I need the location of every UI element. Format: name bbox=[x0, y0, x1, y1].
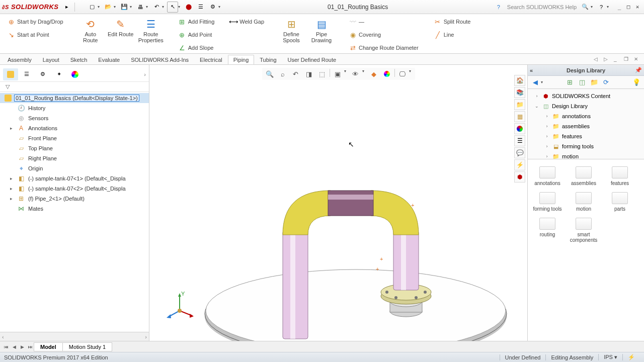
add-loc-icon[interactable]: ⊞ bbox=[565, 77, 576, 88]
dl-tree-item[interactable]: ›📁annotations bbox=[528, 111, 644, 121]
dl-grid-item[interactable]: assemblies bbox=[566, 164, 601, 188]
dl-grid-item[interactable]: features bbox=[602, 164, 637, 188]
auto-route-button[interactable]: ⟲Auto Route bbox=[76, 16, 105, 44]
status-units[interactable]: IPS ▾ bbox=[598, 354, 622, 360]
tree-item[interactable]: ⌖Origin bbox=[0, 163, 149, 173]
dl-tree-item[interactable]: ›📁features bbox=[528, 131, 644, 141]
start-dragdrop-button[interactable]: ⊕Start by Drag/Drop bbox=[5, 16, 65, 27]
tree-item[interactable]: ◎Sensors bbox=[0, 113, 149, 123]
dl-grid-item[interactable]: parts bbox=[602, 190, 637, 214]
scroll-left-icon[interactable]: ‹ bbox=[2, 334, 4, 340]
new-icon[interactable]: ▢ bbox=[87, 2, 98, 13]
dl-tree-item[interactable]: ›📁motion bbox=[528, 151, 644, 159]
doc-minimize-icon[interactable]: _ bbox=[614, 56, 621, 63]
settings-icon[interactable]: ⚙ bbox=[207, 2, 218, 13]
cmdtab-evaluate[interactable]: Evaluate bbox=[93, 55, 125, 64]
bulb-icon[interactable]: 💡 bbox=[631, 77, 642, 88]
dl-grid-item[interactable]: forming tools bbox=[530, 190, 565, 214]
open-icon[interactable]: 📂 bbox=[103, 2, 114, 13]
dl-grid-item[interactable]: routing bbox=[530, 216, 565, 245]
define-spools-button[interactable]: ⊞Define Spools bbox=[277, 16, 305, 44]
new-folder-icon[interactable]: 📁 bbox=[589, 77, 600, 88]
cmdtab-piping[interactable]: Piping bbox=[228, 55, 255, 64]
start-point-button[interactable]: ↘Start at Point bbox=[5, 29, 51, 40]
save-icon[interactable]: 💾 bbox=[119, 2, 130, 13]
add-file-icon[interactable]: ◫ bbox=[577, 77, 588, 88]
line-button[interactable]: ╱Line bbox=[432, 29, 456, 40]
tree-item[interactable]: ⋈Mates bbox=[0, 204, 149, 214]
refresh-icon[interactable]: ⟳ bbox=[601, 77, 612, 88]
cmdtab-electrical[interactable]: Electrical bbox=[194, 55, 228, 64]
display-manager-tab[interactable] bbox=[67, 68, 83, 80]
add-slope-button[interactable]: ∠Add Slope bbox=[176, 42, 216, 53]
close-button[interactable]: ✕ bbox=[633, 3, 642, 12]
undo-icon[interactable]: ↶ bbox=[151, 2, 162, 13]
dl-grid-item[interactable]: annotations bbox=[530, 164, 565, 188]
cmdtab-user-defined-route[interactable]: User Defined Route bbox=[282, 55, 342, 64]
dl-tree-item[interactable]: ›📁assemblies bbox=[528, 121, 644, 131]
tree-item[interactable]: ▱Right Plane bbox=[0, 153, 149, 163]
cmdtab-sketch[interactable]: Sketch bbox=[65, 55, 93, 64]
flex-button[interactable]: 〰— bbox=[347, 16, 366, 27]
tab-next-icon[interactable]: ▶ bbox=[18, 343, 26, 351]
panel-chevron-icon[interactable]: › bbox=[138, 71, 146, 77]
tree-item[interactable]: ▱Front Plane bbox=[0, 133, 149, 143]
route-properties-button[interactable]: ☰Route Properties bbox=[137, 16, 165, 44]
tree-item[interactable]: ▸AAnnotations bbox=[0, 123, 149, 133]
back-icon[interactable]: ◀ bbox=[530, 77, 541, 88]
cmdtab-tubing[interactable]: Tubing bbox=[254, 55, 282, 64]
dl-grid-item[interactable]: smart components bbox=[566, 216, 601, 245]
model-tab[interactable]: Model bbox=[34, 342, 63, 351]
minimize-button[interactable]: _ bbox=[615, 3, 624, 12]
help-icon[interactable]: ? bbox=[596, 2, 607, 13]
feature-tree-tab[interactable] bbox=[3, 68, 18, 80]
property-manager-tab[interactable]: ☰ bbox=[19, 68, 34, 80]
dl-tree-item[interactable]: ›⬓forming tools bbox=[528, 141, 644, 151]
tree-item[interactable]: ▸◧(-) sample-tank-07<1> (Default<_Displa bbox=[0, 173, 149, 184]
doc-restore-icon[interactable]: ❐ bbox=[624, 56, 631, 63]
maximize-button[interactable]: □ bbox=[624, 3, 633, 12]
dl-tree-item[interactable]: ⌄◫Design Library bbox=[528, 101, 644, 111]
doc-next-icon[interactable]: ▷ bbox=[604, 56, 611, 63]
options-icon[interactable]: ☰ bbox=[195, 2, 206, 13]
doc-close-icon[interactable]: ✕ bbox=[634, 56, 641, 63]
dimxpert-tab[interactable]: ✦ bbox=[51, 68, 66, 80]
search-icon[interactable]: 🔍 bbox=[580, 2, 591, 13]
edit-route-button[interactable]: ✎Edit Route bbox=[107, 16, 135, 38]
tree-item[interactable]: ▸⊞(f) Pipe_2<1> (Default) bbox=[0, 194, 149, 204]
help-search-icon[interactable]: ? bbox=[493, 2, 504, 13]
play-icon[interactable]: ▸ bbox=[61, 2, 72, 13]
search-help-input[interactable]: Search SOLIDWORKS Help bbox=[505, 4, 579, 10]
motion-study-tab[interactable]: Motion Study 1 bbox=[62, 342, 112, 351]
tree-item[interactable]: 🕘History bbox=[0, 103, 149, 113]
tree-item[interactable]: ▸◧(-) sample-tank-07<2> (Default<_Displa bbox=[0, 184, 149, 194]
dl-tree-item[interactable]: ›⬢SOLIDWORKS Content bbox=[528, 91, 644, 101]
pipe-drawing-button[interactable]: ▤Pipe Drawing bbox=[307, 16, 336, 44]
tab-first-icon[interactable]: ⏮ bbox=[2, 343, 10, 351]
doc-prev-icon[interactable]: ◁ bbox=[594, 56, 601, 63]
tab-last-icon[interactable]: ⏭ bbox=[26, 343, 34, 351]
filter-icon[interactable]: ▽ bbox=[3, 82, 12, 92]
dl-grid-item[interactable]: motion bbox=[566, 190, 601, 214]
scroll-right-icon[interactable]: › bbox=[145, 334, 147, 340]
cmdtab-assembly[interactable]: Assembly bbox=[2, 55, 37, 64]
cmdtab-layout[interactable]: Layout bbox=[37, 55, 65, 64]
collapse-icon[interactable]: « bbox=[530, 67, 533, 73]
rebuild-icon[interactable]: ⬤ bbox=[183, 2, 194, 13]
covering-button[interactable]: ◉Covering bbox=[347, 29, 383, 40]
status-extra-icon[interactable]: ⚡ bbox=[622, 354, 640, 360]
graphics-viewport[interactable]: 🔍 ⌕ ↶ ◨ ⬚ ▣▾ 👁▾ ◆ 🖵▾ 🏠 📚 📁 ▦ ☰ 💬 ⚡ ⬢ bbox=[149, 65, 527, 341]
add-fitting-button[interactable]: ⊞Add Fitting bbox=[176, 16, 217, 27]
split-route-button[interactable]: ✂Split Route bbox=[432, 16, 473, 27]
add-point-button[interactable]: ⊕Add Point bbox=[176, 29, 214, 40]
weld-gap-button[interactable]: ⟷Weld Gap bbox=[227, 16, 266, 27]
config-manager-tab[interactable]: ⚙ bbox=[35, 68, 50, 80]
pin-icon[interactable]: 📌 bbox=[635, 67, 642, 73]
tab-prev-icon[interactable]: ◀ bbox=[10, 343, 18, 351]
cmdtab-solidworks-add-ins[interactable]: SOLIDWORKS Add-Ins bbox=[125, 55, 194, 64]
tree-item[interactable]: ▱Top Plane bbox=[0, 143, 149, 153]
print-icon[interactable]: 🖶 bbox=[135, 2, 146, 13]
change-diameter-button[interactable]: ⇄Change Route Diameter bbox=[347, 42, 421, 53]
tree-root[interactable]: 01_01_Routing Basics (Default<Display St… bbox=[0, 93, 149, 103]
select-icon[interactable]: ↖ bbox=[167, 2, 178, 13]
